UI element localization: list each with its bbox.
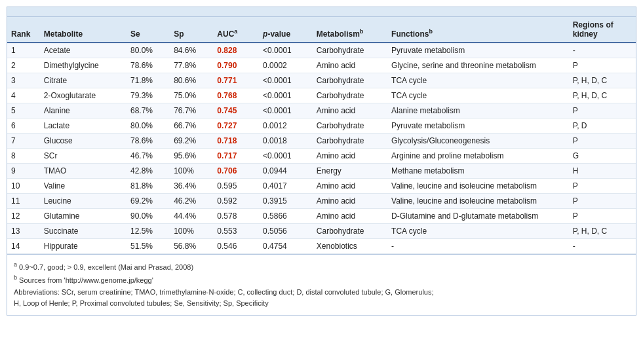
cell-se: 80.0% bbox=[127, 43, 170, 58]
cell-pvalue: 0.0002 bbox=[259, 58, 313, 73]
cell-functions: TCA cycle bbox=[387, 224, 569, 239]
cell-pvalue: 0.0012 bbox=[259, 118, 313, 134]
cell-sp: 56.8% bbox=[170, 239, 213, 254]
cell-se: 12.5% bbox=[127, 224, 170, 239]
cell-sp: 95.6% bbox=[170, 149, 213, 164]
cell-metabolite: Glucose bbox=[40, 134, 127, 149]
cell-rank: 6 bbox=[7, 118, 40, 134]
cell-functions: TCA cycle bbox=[387, 88, 569, 103]
cell-metabolism: Carbohydrate bbox=[313, 224, 387, 239]
cell-sp: 80.6% bbox=[170, 73, 213, 88]
cell-metabolism: Energy bbox=[313, 164, 387, 179]
cell-rank: 11 bbox=[7, 194, 40, 209]
cell-se: 46.7% bbox=[127, 149, 170, 164]
cell-sp: 100% bbox=[170, 164, 213, 179]
cell-functions: Valine, leucine and isoleucine metabolis… bbox=[387, 194, 569, 209]
cell-regions: P bbox=[569, 134, 636, 149]
cell-metabolite: TMAO bbox=[40, 164, 127, 179]
cell-functions: Valine, leucine and isoleucine metabolis… bbox=[387, 179, 569, 194]
cell-metabolism: Amino acid bbox=[313, 149, 387, 164]
cell-pvalue: 0.5056 bbox=[259, 224, 313, 239]
cell-rank: 7 bbox=[7, 134, 40, 149]
cell-functions: Glycolysis/Gluconeogenesis bbox=[387, 134, 569, 149]
cell-regions: H bbox=[569, 164, 636, 179]
cell-se: 78.6% bbox=[127, 58, 170, 73]
cell-rank: 9 bbox=[7, 164, 40, 179]
cell-metabolism: Carbohydrate bbox=[313, 134, 387, 149]
cell-functions: - bbox=[387, 239, 569, 254]
cell-metabolite: Dimethylglycine bbox=[40, 58, 127, 73]
cell-metabolism: Carbohydrate bbox=[313, 88, 387, 103]
cell-metabolism: Xenobiotics bbox=[313, 239, 387, 254]
cell-metabolite: Succinate bbox=[40, 224, 127, 239]
cell-rank: 12 bbox=[7, 209, 40, 224]
cell-regions: P bbox=[569, 194, 636, 209]
cell-pvalue: 0.0018 bbox=[259, 134, 313, 149]
cell-rank: 8 bbox=[7, 149, 40, 164]
cell-metabolite: Leucine bbox=[40, 194, 127, 209]
col-header-functions: Functionsb bbox=[387, 17, 569, 43]
cell-sp: 46.2% bbox=[170, 194, 213, 209]
cell-regions: P bbox=[569, 103, 636, 118]
cell-metabolite: SCr bbox=[40, 149, 127, 164]
footnote-4: H, Loop of Henle; P, Proximal convoluted… bbox=[14, 298, 629, 310]
col-header-pvalue: p-value bbox=[259, 17, 313, 43]
cell-auc: 0.553 bbox=[213, 224, 259, 239]
cell-auc: 0.592 bbox=[213, 194, 259, 209]
cell-metabolite: Glutamine bbox=[40, 209, 127, 224]
cell-auc: 0.546 bbox=[213, 239, 259, 254]
table-row: 5 Alanine 68.7% 76.7% 0.745 <0.0001 Amin… bbox=[7, 103, 636, 118]
cell-se: 80.0% bbox=[127, 118, 170, 134]
footnote-3: Abbreviations: SCr, serum creatinine; TM… bbox=[14, 287, 629, 299]
cell-metabolite: Citrate bbox=[40, 73, 127, 88]
cell-auc: 0.718 bbox=[213, 134, 259, 149]
col-header-sp: Sp bbox=[170, 17, 213, 43]
cell-regions: - bbox=[569, 239, 636, 254]
col-header-regions: Regions of kidney bbox=[569, 17, 636, 43]
cell-sp: 77.8% bbox=[170, 58, 213, 73]
cell-sp: 84.6% bbox=[170, 43, 213, 58]
cell-regions: P bbox=[569, 179, 636, 194]
cell-functions: Methane metabolism bbox=[387, 164, 569, 179]
cell-se: 78.6% bbox=[127, 134, 170, 149]
cell-sp: 76.7% bbox=[170, 103, 213, 118]
footnotes-section: a 0.9~0.7, good; > 0.9, excellent (Mai a… bbox=[7, 254, 636, 315]
table-body: 1 Acetate 80.0% 84.6% 0.828 <0.0001 Carb… bbox=[7, 43, 636, 254]
col-header-auc: AUCa bbox=[213, 17, 259, 43]
cell-se: 69.2% bbox=[127, 194, 170, 209]
col-header-se: Se bbox=[127, 17, 170, 43]
cell-auc: 0.790 bbox=[213, 58, 259, 73]
table-row: 8 SCr 46.7% 95.6% 0.717 <0.0001 Amino ac… bbox=[7, 149, 636, 164]
cell-regions: P, H, D, C bbox=[569, 224, 636, 239]
cell-rank: 10 bbox=[7, 179, 40, 194]
cell-metabolite: Alanine bbox=[40, 103, 127, 118]
cell-functions: Arginine and proline metabolism bbox=[387, 149, 569, 164]
cell-auc: 0.745 bbox=[213, 103, 259, 118]
cell-functions: Pyruvate metabolism bbox=[387, 118, 569, 134]
cell-sp: 100% bbox=[170, 224, 213, 239]
cell-regions: P bbox=[569, 58, 636, 73]
cell-pvalue: <0.0001 bbox=[259, 43, 313, 58]
col-header-rank: Rank bbox=[7, 17, 40, 43]
cell-pvalue: 0.0944 bbox=[259, 164, 313, 179]
cell-se: 68.7% bbox=[127, 103, 170, 118]
cell-rank: 1 bbox=[7, 43, 40, 58]
footnote-2: b Sources from 'http://www.genome.jp/keg… bbox=[14, 273, 629, 286]
cell-se: 81.8% bbox=[127, 179, 170, 194]
table-row: 14 Hippurate 51.5% 56.8% 0.546 0.4754 Xe… bbox=[7, 239, 636, 254]
cell-functions: Alanine metabolism bbox=[387, 103, 569, 118]
cell-auc: 0.828 bbox=[213, 43, 259, 58]
cell-regions: P, H, D, C bbox=[569, 73, 636, 88]
cell-metabolism: Amino acid bbox=[313, 58, 387, 73]
cell-pvalue: <0.0001 bbox=[259, 149, 313, 164]
cell-metabolism: Amino acid bbox=[313, 103, 387, 118]
cell-regions: P, D bbox=[569, 118, 636, 134]
cell-pvalue: 0.5866 bbox=[259, 209, 313, 224]
cell-auc: 0.706 bbox=[213, 164, 259, 179]
cell-pvalue: <0.0001 bbox=[259, 73, 313, 88]
cell-auc: 0.771 bbox=[213, 73, 259, 88]
cell-metabolism: Carbohydrate bbox=[313, 43, 387, 58]
main-container: Rank Metabolite Se Sp AUCa p-value Metab… bbox=[7, 7, 636, 316]
footnote-1: a 0.9~0.7, good; > 0.9, excellent (Mai a… bbox=[14, 260, 629, 273]
cell-metabolism: Carbohydrate bbox=[313, 118, 387, 134]
